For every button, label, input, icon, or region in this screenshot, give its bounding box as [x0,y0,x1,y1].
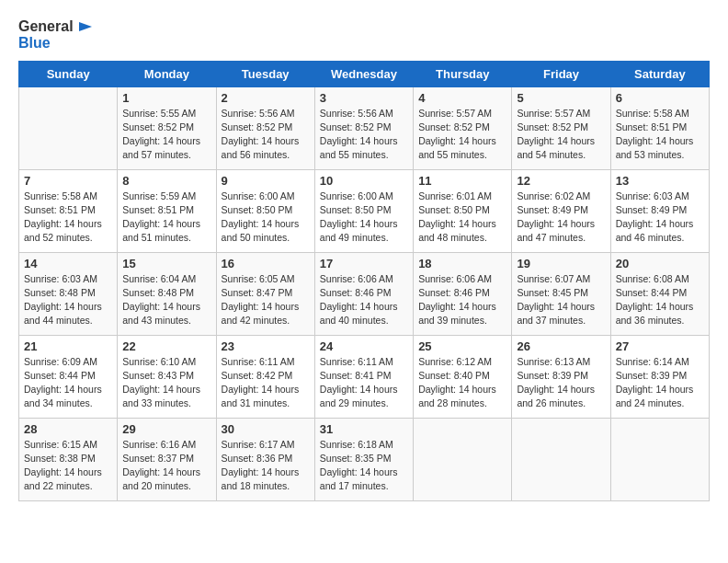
day-number: 21 [24,339,112,353]
cell-content: Sunrise: 6:10 AM Sunset: 8:43 PM Dayligh… [122,355,210,411]
cell-content: Sunrise: 6:02 AM Sunset: 8:49 PM Dayligh… [517,190,605,246]
day-number: 23 [222,339,310,353]
calendar-cell: 18Sunrise: 6:06 AM Sunset: 8:46 PM Dayli… [414,252,512,335]
day-number: 6 [616,91,704,105]
day-number: 31 [320,422,408,436]
calendar-cell: 30Sunrise: 6:17 AM Sunset: 8:36 PM Dayli… [216,418,314,500]
calendar-cell: 13Sunrise: 6:03 AM Sunset: 8:49 PM Dayli… [610,169,709,252]
cell-content: Sunrise: 6:06 AM Sunset: 8:46 PM Dayligh… [418,272,506,328]
day-number: 4 [418,91,506,105]
day-number: 2 [222,91,310,105]
logo-text-general: General [18,18,74,35]
cell-content: Sunrise: 6:06 AM Sunset: 8:46 PM Dayligh… [320,272,408,328]
logo: General Blue [18,18,92,52]
cell-content: Sunrise: 6:18 AM Sunset: 8:35 PM Dayligh… [320,438,408,494]
calendar-cell: 28Sunrise: 6:15 AM Sunset: 8:38 PM Dayli… [19,418,118,500]
calendar-week-2: 7Sunrise: 5:58 AM Sunset: 8:51 PM Daylig… [19,169,710,252]
day-number: 26 [517,339,605,353]
day-number: 15 [122,257,210,270]
cell-content: Sunrise: 6:12 AM Sunset: 8:40 PM Dayligh… [418,355,506,411]
cell-content: Sunrise: 5:57 AM Sunset: 8:52 PM Dayligh… [418,107,506,163]
cell-content: Sunrise: 6:08 AM Sunset: 8:44 PM Dayligh… [616,272,704,328]
cell-content: Sunrise: 5:58 AM Sunset: 8:51 PM Dayligh… [616,107,704,163]
svg-marker-0 [79,22,92,31]
day-number: 17 [320,257,408,270]
calendar-cell: 14Sunrise: 6:03 AM Sunset: 8:48 PM Dayli… [19,252,118,335]
day-number: 19 [517,257,605,270]
calendar-cell: 11Sunrise: 6:01 AM Sunset: 8:50 PM Dayli… [414,169,512,252]
day-header-wednesday: Wednesday [314,61,413,86]
day-number: 3 [320,91,408,105]
calendar-cell: 12Sunrise: 6:02 AM Sunset: 8:49 PM Dayli… [512,169,610,252]
cell-content: Sunrise: 6:15 AM Sunset: 8:38 PM Dayligh… [24,438,112,494]
cell-content: Sunrise: 6:14 AM Sunset: 8:39 PM Dayligh… [616,355,704,411]
day-header-monday: Monday [118,61,216,86]
cell-content: Sunrise: 5:56 AM Sunset: 8:52 PM Dayligh… [320,107,408,163]
cell-content: Sunrise: 6:11 AM Sunset: 8:41 PM Dayligh… [320,355,408,411]
calendar-cell: 1Sunrise: 5:55 AM Sunset: 8:52 PM Daylig… [118,86,216,169]
cell-content: Sunrise: 6:13 AM Sunset: 8:39 PM Dayligh… [517,355,605,411]
day-header-sunday: Sunday [19,61,118,86]
cell-content: Sunrise: 6:00 AM Sunset: 8:50 PM Dayligh… [320,190,408,246]
calendar-week-1: 1Sunrise: 5:55 AM Sunset: 8:52 PM Daylig… [19,86,710,169]
cell-content: Sunrise: 6:03 AM Sunset: 8:49 PM Dayligh… [616,190,704,246]
calendar-cell: 16Sunrise: 6:05 AM Sunset: 8:47 PM Dayli… [216,252,314,335]
calendar-cell: 3Sunrise: 5:56 AM Sunset: 8:52 PM Daylig… [314,86,413,169]
calendar-cell: 26Sunrise: 6:13 AM Sunset: 8:39 PM Dayli… [512,335,610,418]
calendar-cell: 20Sunrise: 6:08 AM Sunset: 8:44 PM Dayli… [610,252,709,335]
day-header-friday: Friday [512,61,610,86]
header: General Blue [18,18,710,52]
calendar-cell: 29Sunrise: 6:16 AM Sunset: 8:37 PM Dayli… [118,418,216,500]
calendar-cell: 15Sunrise: 6:04 AM Sunset: 8:48 PM Dayli… [118,252,216,335]
calendar-week-5: 28Sunrise: 6:15 AM Sunset: 8:38 PM Dayli… [19,418,710,500]
cell-content: Sunrise: 5:57 AM Sunset: 8:52 PM Dayligh… [517,107,605,163]
calendar-week-4: 21Sunrise: 6:09 AM Sunset: 8:44 PM Dayli… [19,335,710,418]
day-number: 29 [122,422,210,436]
cell-content: Sunrise: 6:11 AM Sunset: 8:42 PM Dayligh… [222,355,310,411]
day-number: 8 [122,174,210,188]
cell-content: Sunrise: 6:04 AM Sunset: 8:48 PM Dayligh… [122,272,210,328]
day-header-thursday: Thursday [414,61,512,86]
calendar-table: SundayMondayTuesdayWednesdayThursdayFrid… [18,61,710,501]
day-number: 11 [418,174,506,188]
calendar-cell: 9Sunrise: 6:00 AM Sunset: 8:50 PM Daylig… [216,169,314,252]
calendar-cell [610,418,709,500]
cell-content: Sunrise: 6:09 AM Sunset: 8:44 PM Dayligh… [24,355,112,411]
calendar-cell: 5Sunrise: 5:57 AM Sunset: 8:52 PM Daylig… [512,86,610,169]
day-number: 20 [616,257,704,270]
cell-content: Sunrise: 6:17 AM Sunset: 8:36 PM Dayligh… [222,438,310,494]
calendar-cell: 31Sunrise: 6:18 AM Sunset: 8:35 PM Dayli… [314,418,413,500]
day-number: 22 [122,339,210,353]
day-header-saturday: Saturday [610,61,709,86]
day-number: 16 [222,257,310,270]
logo-arrow-icon [75,18,92,35]
calendar-cell: 23Sunrise: 6:11 AM Sunset: 8:42 PM Dayli… [216,335,314,418]
calendar-cell: 19Sunrise: 6:07 AM Sunset: 8:45 PM Dayli… [512,252,610,335]
cell-content: Sunrise: 6:05 AM Sunset: 8:47 PM Dayligh… [222,272,310,328]
calendar-cell: 10Sunrise: 6:00 AM Sunset: 8:50 PM Dayli… [314,169,413,252]
calendar-cell [512,418,610,500]
calendar-cell [414,418,512,500]
day-number: 9 [222,174,310,188]
calendar-cell: 24Sunrise: 6:11 AM Sunset: 8:41 PM Dayli… [314,335,413,418]
calendar-cell: 4Sunrise: 5:57 AM Sunset: 8:52 PM Daylig… [414,86,512,169]
day-number: 25 [418,339,506,353]
cell-content: Sunrise: 6:07 AM Sunset: 8:45 PM Dayligh… [517,272,605,328]
day-number: 14 [24,257,112,270]
day-number: 10 [320,174,408,188]
cell-content: Sunrise: 5:58 AM Sunset: 8:51 PM Dayligh… [24,190,112,246]
cell-content: Sunrise: 6:01 AM Sunset: 8:50 PM Dayligh… [418,190,506,246]
day-number: 5 [517,91,605,105]
calendar-cell: 7Sunrise: 5:58 AM Sunset: 8:51 PM Daylig… [19,169,118,252]
day-number: 18 [418,257,506,270]
day-number: 28 [24,422,112,436]
day-number: 7 [24,174,112,188]
calendar-cell: 27Sunrise: 6:14 AM Sunset: 8:39 PM Dayli… [610,335,709,418]
day-number: 12 [517,174,605,188]
cell-content: Sunrise: 5:55 AM Sunset: 8:52 PM Dayligh… [122,107,210,163]
cell-content: Sunrise: 6:00 AM Sunset: 8:50 PM Dayligh… [222,190,310,246]
days-header-row: SundayMondayTuesdayWednesdayThursdayFrid… [19,61,710,86]
cell-content: Sunrise: 5:56 AM Sunset: 8:52 PM Dayligh… [222,107,310,163]
calendar-cell: 22Sunrise: 6:10 AM Sunset: 8:43 PM Dayli… [118,335,216,418]
day-number: 13 [616,174,704,188]
